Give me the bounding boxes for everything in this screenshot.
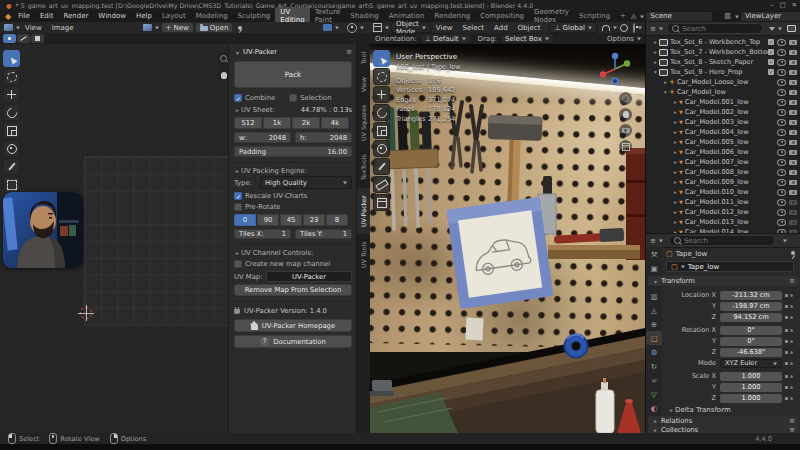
uv-menu-image[interactable]: Image xyxy=(47,24,79,32)
engine-type-dropdown[interactable]: High Quality xyxy=(260,176,352,189)
tab-tool-properties[interactable]: ⚒ xyxy=(646,247,662,261)
pin-icon[interactable] xyxy=(238,26,242,30)
outliner-row-mesh[interactable]: ▸▼Car_Model.010_low xyxy=(646,187,800,197)
workspace-tab-layout[interactable]: Layout xyxy=(157,11,191,21)
navigation-gizmo[interactable] xyxy=(597,51,633,87)
maximize-button[interactable]: □ xyxy=(776,1,788,9)
view-layer-icon[interactable]: ▥ xyxy=(724,12,731,20)
rotation-x-field[interactable]: 0° xyxy=(720,326,782,335)
vp-tool-cursor[interactable] xyxy=(373,68,390,85)
viewport-zoom-icon[interactable] xyxy=(619,92,632,105)
outliner-row-mesh[interactable]: ▸▼Car_Model.006_low xyxy=(646,147,800,157)
tab-render-properties[interactable]: ▣ xyxy=(646,261,662,275)
object-name-field[interactable]: ▢ Tape_low xyxy=(666,261,794,272)
vp-tool-annotate[interactable] xyxy=(373,158,390,175)
tab-view[interactable]: View xyxy=(357,72,370,98)
image-browse-button[interactable] xyxy=(143,24,159,31)
menu-edit[interactable]: Edit xyxy=(35,12,59,20)
viewport-perspective-icon[interactable] xyxy=(619,140,632,153)
properties-pin-icon[interactable] xyxy=(791,251,795,255)
vp-tool-rotate[interactable] xyxy=(373,104,390,121)
location-x-field[interactable]: -211.32 cm xyxy=(720,291,782,300)
workspace-tab-scripting[interactable]: Scripting xyxy=(574,11,615,21)
outliner-row-mesh[interactable]: ▸▼Car_Model.002_low xyxy=(646,107,800,117)
panel-menu-icon[interactable]: ≡ xyxy=(789,277,795,285)
uv-tool-transform[interactable] xyxy=(3,140,20,157)
transform-panel-header[interactable]: ▾ Transform ≡ xyxy=(648,276,799,286)
viewport-pan-icon[interactable] xyxy=(619,108,632,121)
ts-orientation-dropdown[interactable]: ⊥Default xyxy=(420,33,471,44)
tab-material-properties[interactable]: ◐ xyxy=(646,401,662,415)
vp-menu-object[interactable]: Object xyxy=(513,24,546,32)
rotation-0-button[interactable]: 0 xyxy=(234,214,256,226)
outliner-row-collection[interactable]: ▸Tex_Set_8 - Sketch_Paper xyxy=(646,57,800,67)
uv-2d-cursor[interactable] xyxy=(80,307,92,319)
tab-uv-tools[interactable]: UV Tools xyxy=(357,236,370,274)
documentation-button[interactable]: ? Documentation xyxy=(234,335,352,348)
vp-menu-select[interactable]: Select xyxy=(457,24,489,32)
rescale-checkbox[interactable] xyxy=(234,192,242,200)
tab-object-data-properties[interactable]: ▽ xyxy=(646,387,662,401)
scene-icon[interactable]: ◬ xyxy=(631,12,636,20)
minimize-button[interactable]: – xyxy=(767,1,776,9)
outliner-row-mesh[interactable]: ▸▼Car_Model.004_low xyxy=(646,127,800,137)
hide-eye-icon[interactable] xyxy=(777,39,786,46)
tab-scene-properties[interactable]: ◬ xyxy=(646,303,662,317)
height-slider[interactable]: h:2048 xyxy=(295,132,352,143)
outliner-row-mesh[interactable]: ▸▼Car_Model.011_low xyxy=(646,197,800,207)
scale-z-field[interactable]: 1.000 xyxy=(720,394,782,403)
size-2k-button[interactable]: 2k xyxy=(292,117,320,129)
tiles-y-slider[interactable]: Tiles Y:1 xyxy=(295,229,352,239)
outliner-row-mesh[interactable]: ▸▼Car_Model.003_low xyxy=(646,117,800,127)
editor-type-button[interactable] xyxy=(4,24,20,31)
padding-slider[interactable]: Padding16.00 xyxy=(234,146,352,157)
rotation-23-button[interactable]: 23 xyxy=(303,214,325,226)
tab-tool[interactable]: Tool xyxy=(357,46,370,70)
rotation-mode-dropdown[interactable]: XYZ Euler xyxy=(720,359,782,368)
new-collection-icon[interactable] xyxy=(787,25,796,32)
homepage-button[interactable]: UV-Packer Homepage xyxy=(234,319,352,332)
menu-render[interactable]: Render xyxy=(58,12,93,20)
tab-object-properties[interactable]: ▢ xyxy=(646,331,662,345)
scale-x-field[interactable]: 1.000 xyxy=(720,372,782,381)
selection-checkbox[interactable] xyxy=(289,94,297,102)
open-image-button[interactable]: Open xyxy=(196,23,233,32)
tab-textools[interactable]: TexTools xyxy=(357,148,370,186)
viewport-3d[interactable]: User Perspective 100_test | Tape_low Obj… xyxy=(370,44,645,433)
gizmos-icon[interactable] xyxy=(347,23,357,33)
scale-y-field[interactable]: 1.000 xyxy=(720,383,782,392)
outliner-row-empty[interactable]: ▾+Car_Model_low xyxy=(646,87,800,97)
uv-tool-scale[interactable] xyxy=(3,122,20,139)
menu-help[interactable]: Help xyxy=(131,12,157,20)
workspace-tab-compositing[interactable]: Compositing xyxy=(475,11,529,21)
menu-file[interactable]: File xyxy=(13,12,35,20)
tab-view-layer-properties[interactable]: ▥ xyxy=(646,289,662,303)
snap-magnet-icon[interactable] xyxy=(602,25,610,31)
outliner-row-collection[interactable]: ▸Tex_Set_7 - Workbench_Bottom xyxy=(646,47,800,57)
uv-packer-panel-header[interactable]: ▾ UV-Packer ≡ xyxy=(234,48,352,56)
uv-map-field[interactable]: UV-Packer xyxy=(266,271,352,282)
prerotate-checkbox[interactable] xyxy=(234,203,242,211)
vp-tool-transform[interactable] xyxy=(373,140,390,157)
options-dropdown[interactable]: Options xyxy=(607,35,641,43)
scene-selector[interactable]: Scene xyxy=(646,12,712,21)
orientation-dropdown[interactable]: ⊥Global xyxy=(549,22,596,33)
tab-physics-properties[interactable]: ↻ xyxy=(646,359,662,373)
add-workspace-button[interactable]: + xyxy=(615,11,631,21)
uv-menu-view[interactable]: View xyxy=(20,24,47,32)
rotation-8-button[interactable]: 8 xyxy=(326,214,348,226)
remove-map-button[interactable]: Remove Map From Selection xyxy=(234,284,352,296)
relations-panel[interactable]: ▸Relations ≡ xyxy=(648,416,799,426)
rotation-z-field[interactable]: -46.638° xyxy=(720,348,782,357)
location-z-field[interactable]: 94.152 cm xyxy=(720,313,782,322)
vp-tool-scale[interactable] xyxy=(373,122,390,139)
menu-window[interactable]: Window xyxy=(93,12,131,20)
properties-search-input[interactable]: Search xyxy=(669,235,775,246)
outliner-row-empty[interactable]: ▸+Car_Model_Loose_low xyxy=(646,77,800,87)
size-1k-button[interactable]: 1k xyxy=(263,117,291,129)
uv-tool-move[interactable] xyxy=(3,86,20,103)
vp-menu-add[interactable]: Add xyxy=(489,24,513,32)
create-channel-checkbox[interactable] xyxy=(234,260,242,268)
collection-checkbox[interactable] xyxy=(768,39,774,45)
workspace-tab-rendering[interactable]: Rendering xyxy=(429,11,475,21)
